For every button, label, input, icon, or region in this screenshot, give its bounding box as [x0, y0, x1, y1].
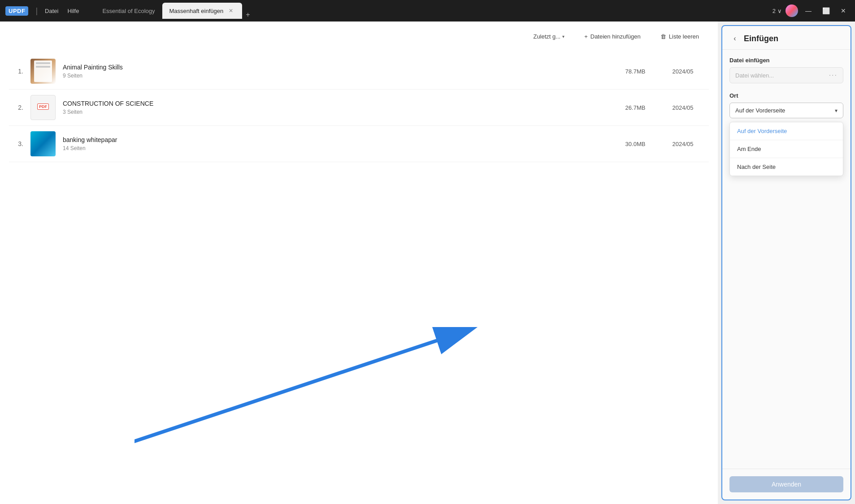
location-select-wrapper: Auf der Vorderseite ▾ Auf der Vorderseit…	[729, 103, 843, 176]
titlebar-menu: Datei Hilfe	[45, 8, 79, 14]
file-list: 1. Animal Painting Skills 9 Seiten 78.7M…	[9, 53, 709, 162]
file-number-3: 3.	[13, 140, 23, 147]
tab-close-button[interactable]: ✕	[227, 7, 235, 15]
dropdown-item-vorderseite[interactable]: Auf der Vorderseite	[730, 122, 843, 140]
location-dropdown: Auf der Vorderseite Am Ende Nach der Sei…	[729, 122, 843, 176]
panel-body: Datei einfügen Datei wählen... ··· Ort A…	[722, 50, 851, 469]
arrow-annotation	[135, 316, 484, 450]
file-date-1: 2024/05	[660, 68, 705, 75]
file-pages-1: 9 Seiten	[63, 73, 610, 79]
window-count: 2 ∨	[773, 8, 782, 14]
add-icon: +	[584, 33, 588, 40]
close-button[interactable]: ✕	[837, 5, 850, 16]
titlebar-tabs: Essential of Ecology Massenhaft einfügen…	[95, 3, 765, 19]
file-item-3: 3. banking whitepapar 14 Seiten 30.0MB 2…	[9, 126, 709, 162]
panel-header: ‹ Einfügen	[722, 26, 851, 50]
avatar[interactable]	[786, 4, 798, 17]
file-thumb-2: PDF	[30, 95, 56, 120]
file-date-3: 2024/05	[660, 141, 705, 147]
menu-hilfe[interactable]: Hilfe	[67, 8, 79, 14]
datei-einfuegen-label: Datei einfügen	[729, 57, 843, 64]
svg-line-1	[135, 329, 471, 441]
ort-label: Ort	[729, 92, 843, 99]
file-info-2: CONSTRUCTION OF SCIENCE 3 Seiten	[63, 100, 610, 115]
titlebar-actions: 2 ∨ — ⬜ ✕	[773, 4, 850, 17]
dropdown-item-nach-der-seite[interactable]: Nach der Seite	[730, 158, 843, 176]
main-area: Zuletzt g... ▾ + Dateien hinzufügen 🗑 Li…	[0, 22, 855, 504]
file-number-2: 2.	[13, 104, 23, 111]
trash-icon: 🗑	[660, 33, 666, 40]
side-panel: ‹ Einfügen Datei einfügen Datei wählen..…	[721, 25, 851, 500]
file-item-1: 1. Animal Painting Skills 9 Seiten 78.7M…	[9, 53, 709, 90]
file-size-3: 30.0MB	[617, 141, 653, 147]
file-name-1: Animal Painting Skills	[63, 64, 610, 71]
content-area: Zuletzt g... ▾ + Dateien hinzufügen 🗑 Li…	[0, 22, 718, 504]
titlebar: UPDF | Datei Hilfe Essential of Ecology …	[0, 0, 855, 22]
file-name-3: banking whitepapar	[63, 136, 610, 143]
file-name-2: CONSTRUCTION OF SCIENCE	[63, 100, 610, 107]
file-select-dots: ···	[829, 71, 838, 79]
titlebar-divider: |	[35, 6, 38, 16]
file-info-3: banking whitepapar 14 Seiten	[63, 136, 610, 151]
tab-label-massenhaft: Massenhaft einfügen	[169, 8, 224, 14]
file-pages-2: 3 Seiten	[63, 109, 610, 115]
file-item-2: 2. PDF CONSTRUCTION OF SCIENCE 3 Seiten …	[9, 90, 709, 126]
toolbar: Zuletzt g... ▾ + Dateien hinzufügen 🗑 Li…	[9, 30, 709, 43]
sort-button[interactable]: Zuletzt g... ▾	[527, 30, 571, 43]
file-size-1: 78.7MB	[617, 68, 653, 75]
dropdown-item-am-ende[interactable]: Am Ende	[730, 140, 843, 158]
clear-label: Liste leeren	[669, 33, 699, 40]
sort-dropdown-icon: ▾	[562, 34, 564, 39]
file-size-2: 26.7MB	[617, 104, 653, 111]
clear-list-button[interactable]: 🗑 Liste leeren	[654, 30, 705, 43]
updf-logo[interactable]: UPDF	[5, 6, 28, 16]
select-arrow-icon: ▾	[835, 108, 838, 114]
file-number-1: 1.	[13, 68, 23, 75]
add-files-button[interactable]: + Dateien hinzufügen	[578, 30, 647, 43]
sort-label: Zuletzt g...	[533, 33, 560, 40]
maximize-button[interactable]: ⬜	[819, 5, 833, 16]
panel-footer: Anwenden	[722, 469, 851, 500]
tab-massenhaft-einfuegen[interactable]: Massenhaft einfügen ✕	[162, 3, 243, 19]
minimize-button[interactable]: —	[802, 5, 815, 16]
file-placeholder: Datei wählen...	[735, 72, 774, 79]
add-tab-button[interactable]: +	[242, 11, 253, 19]
file-pages-3: 14 Seiten	[63, 145, 610, 151]
menu-datei[interactable]: Datei	[45, 8, 58, 14]
file-info-1: Animal Painting Skills 9 Seiten	[63, 64, 610, 79]
tab-essential-of-ecology[interactable]: Essential of Ecology	[95, 3, 162, 19]
file-date-2: 2024/05	[660, 104, 705, 111]
file-thumb-3	[30, 131, 56, 156]
location-select[interactable]: Auf der Vorderseite ▾	[729, 103, 843, 118]
file-select-input[interactable]: Datei wählen... ···	[729, 67, 843, 83]
tab-label-ecology: Essential of Ecology	[102, 8, 155, 14]
file-thumb-1	[30, 59, 56, 84]
panel-back-button[interactable]: ‹	[729, 33, 740, 44]
pdf-label: PDF	[37, 103, 49, 110]
apply-button[interactable]: Anwenden	[729, 476, 843, 492]
panel-title: Einfügen	[744, 34, 778, 43]
selected-option-label: Auf der Vorderseite	[735, 107, 785, 114]
add-label: Dateien hinzufügen	[590, 33, 641, 40]
